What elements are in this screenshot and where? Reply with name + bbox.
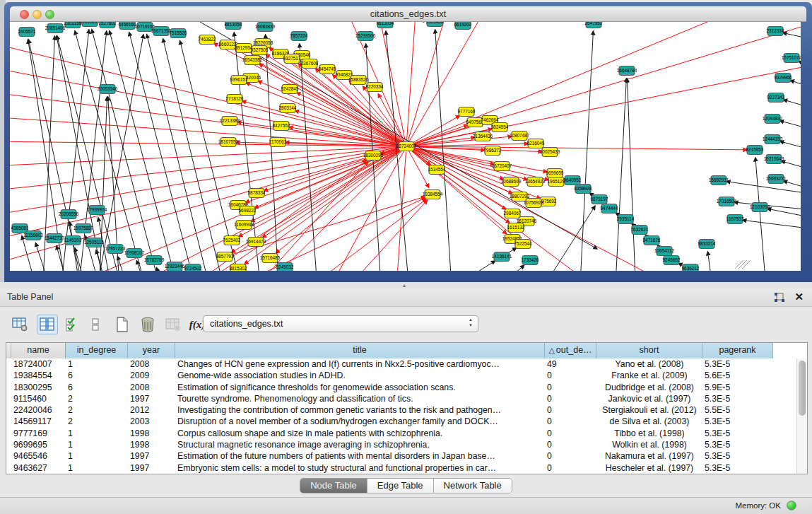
- cell-year[interactable]: 2012: [128, 404, 175, 416]
- graph-edge[interactable]: [234, 33, 261, 271]
- cell-name[interactable]: 9115460: [11, 393, 66, 404]
- graph-edge[interactable]: [411, 115, 460, 144]
- cell-in_degree[interactable]: 2: [66, 404, 128, 416]
- graph-edge[interactable]: [10, 148, 401, 240]
- graph-edge[interactable]: [790, 81, 801, 90]
- close-panel-icon[interactable]: ✕: [794, 291, 804, 303]
- graph-node[interactable]: 17016504: [717, 197, 737, 206]
- cell-in_degree[interactable]: 6: [66, 370, 128, 381]
- graph-node[interactable]: 8215953: [746, 146, 764, 155]
- graph-edge[interactable]: [339, 200, 428, 271]
- graph-edge[interactable]: [537, 206, 595, 271]
- cell-short[interactable]: Stergiakouli et al. (2012): [596, 404, 702, 416]
- graph-node[interactable]: 1615132: [507, 223, 525, 233]
- cell-in_degree[interactable]: 2: [66, 416, 128, 427]
- cell-out_de[interactable]: 49: [545, 358, 596, 370]
- graph-node[interactable]: 10025433: [540, 148, 560, 157]
- graph-node[interactable]: 1733426: [522, 256, 539, 265]
- graph-edge[interactable]: [782, 161, 801, 172]
- graph-node[interactable]: 9474444: [601, 204, 618, 214]
- select-rows-button[interactable]: [62, 315, 83, 334]
- cell-year[interactable]: 1997: [128, 393, 175, 404]
- graph-node[interactable]: 20891406: [45, 24, 66, 33]
- graph-node[interactable]: 12093832: [763, 115, 783, 124]
- graph-node[interactable]: 20206556: [59, 210, 79, 219]
- graph-node[interactable]: 11156803: [23, 231, 43, 240]
- float-panel-icon[interactable]: [774, 292, 785, 303]
- graph-node[interactable]: 7522544: [514, 240, 532, 249]
- graph-edge[interactable]: [799, 62, 801, 71]
- cell-out_de[interactable]: 0: [545, 416, 596, 427]
- graph-edge[interactable]: [237, 122, 401, 146]
- graph-node[interactable]: 8220334: [366, 83, 384, 92]
- graph-node[interactable]: 16720407: [492, 162, 512, 171]
- create-column-button[interactable]: [112, 315, 133, 334]
- scrollbar-thumb[interactable]: [799, 361, 806, 416]
- graph-edge[interactable]: [78, 31, 107, 271]
- cell-pagerank[interactable]: 5.3E-5: [702, 393, 773, 404]
- column-header-pagerank[interactable]: pagerank: [702, 343, 773, 358]
- graph-node[interactable]: 8454749: [319, 65, 336, 74]
- graph-edge[interactable]: [707, 252, 714, 271]
- cell-short[interactable]: Dudbridge et al. (2008): [596, 382, 702, 393]
- column-header-in_degree[interactable]: in_degree: [66, 343, 128, 358]
- show-columns-button[interactable]: [37, 315, 58, 334]
- graph-node[interactable]: 7625402: [223, 236, 241, 245]
- graph-edge[interactable]: [488, 265, 524, 271]
- graph-node[interactable]: 1167533: [726, 215, 744, 224]
- graph-node[interactable]: 16782759: [144, 256, 165, 265]
- graph-edge[interactable]: [396, 152, 406, 271]
- graph-node[interactable]: 1145193: [64, 236, 82, 245]
- graph-node[interactable]: 16543382: [242, 56, 263, 65]
- graph-node[interactable]: 10688609: [501, 177, 522, 187]
- graph-node[interactable]: 9636212: [682, 264, 700, 271]
- graph-node[interactable]: 15442737: [45, 234, 65, 243]
- cell-title[interactable]: Estimation of significance thresholds fo…: [175, 382, 545, 393]
- row-height-button[interactable]: [85, 315, 106, 334]
- column-header-name[interactable]: name: [11, 343, 66, 358]
- cell-short[interactable]: Franke et al. (2009): [596, 370, 702, 381]
- graph-node[interactable]: 2935114: [617, 215, 635, 224]
- graph-node[interactable]: 2718126: [226, 95, 244, 104]
- tab-node-table[interactable]: Node Table: [300, 479, 367, 493]
- column-header-year[interactable]: year: [128, 343, 175, 358]
- cell-in_degree[interactable]: 1: [66, 428, 128, 439]
- cell-pagerank[interactable]: 5.9E-5: [702, 382, 773, 393]
- cell-pagerank[interactable]: 5.5E-5: [702, 404, 773, 416]
- graph-edge[interactable]: [627, 78, 636, 271]
- cell-pagerank[interactable]: 5.3E-5: [702, 450, 773, 462]
- graph-node[interactable]: 12103054: [750, 203, 770, 212]
- graph-edge[interactable]: [784, 100, 801, 110]
- graph-node[interactable]: 16914473: [246, 238, 266, 247]
- graph-node[interactable]: 9329966: [775, 74, 792, 83]
- table-row[interactable]: 1938455462009Genome-wide association stu…: [6, 370, 796, 381]
- cell-out_de[interactable]: 0: [545, 393, 596, 404]
- graph-edge[interactable]: [780, 141, 801, 152]
- graph-node[interactable]: 2647952: [585, 22, 603, 28]
- graph-node[interactable]: 9724502: [184, 264, 202, 271]
- graph-node[interactable]: 1525436: [426, 22, 444, 27]
- graph-node[interactable]: 10807487: [510, 132, 530, 141]
- cell-out_de[interactable]: 0: [545, 382, 596, 393]
- graph-edge[interactable]: [10, 148, 401, 265]
- cell-name[interactable]: 22420046: [11, 404, 66, 416]
- cell-in_degree[interactable]: 1: [66, 439, 128, 450]
- graph-node[interactable]: 3824554: [491, 123, 509, 132]
- graph-node[interactable]: 12213383: [220, 117, 240, 126]
- graph-node[interactable]: 18107553: [218, 138, 239, 147]
- graph-edge[interactable]: [783, 33, 801, 41]
- cell-year[interactable]: 1997: [128, 462, 175, 474]
- graph-node[interactable]: 8815302: [230, 264, 247, 271]
- cell-short[interactable]: Wolkin et al. (1998): [596, 439, 702, 450]
- cell-year[interactable]: 1998: [128, 428, 175, 439]
- cell-short[interactable]: Tibbo et al. (1998): [596, 428, 702, 439]
- graph-node[interactable]: 7857224: [290, 32, 308, 41]
- graph-node[interactable]: 6466160: [119, 22, 136, 30]
- graph-edge[interactable]: [615, 78, 626, 271]
- graph-node[interactable]: 9396151: [230, 76, 248, 85]
- graph-node[interactable]: 18724007: [396, 142, 417, 151]
- delete-table-button[interactable]: [163, 315, 184, 334]
- table-row[interactable]: 1830029562008Estimation of significance …: [6, 382, 796, 393]
- graph-edge[interactable]: [117, 256, 131, 271]
- cell-title[interactable]: Structural magnetic resonance image aver…: [175, 439, 545, 450]
